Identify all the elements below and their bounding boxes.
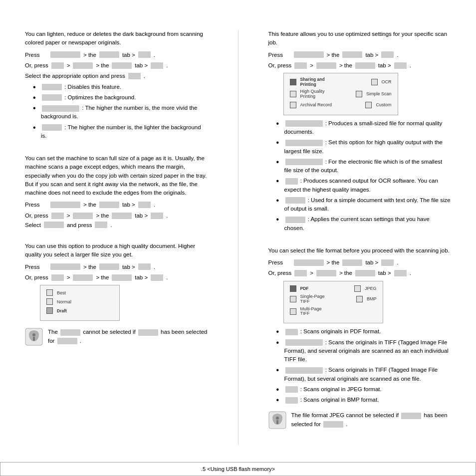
bullet-list-presets: • : Produces a small-sized file for norm… <box>276 119 452 233</box>
checkbox-ocr[interactable] <box>371 79 378 85</box>
bullet-item: • : Scans originals in TIFF (Tagged Imag… <box>276 366 452 383</box>
bullet-item: • : Scans the originals in TIFF (Tagged … <box>276 338 452 364</box>
page: You can lighten, reduce or deletes the d… <box>0 0 476 476</box>
ph <box>285 178 298 185</box>
placeholder-tab <box>99 51 119 58</box>
ph <box>294 51 324 58</box>
checkbox-bmp[interactable] <box>356 296 363 302</box>
left-column: You can lighten, reduce or deletes the d… <box>25 30 216 445</box>
press-line-2: Or, press > > the tab > . <box>25 61 208 70</box>
ph <box>285 367 323 374</box>
checkbox-draft[interactable] <box>46 307 53 314</box>
svg-rect-2 <box>33 337 35 341</box>
ui-row-multipage-tiff: Multi-PageTIFF <box>290 307 377 317</box>
fileformat-note-text: The file format JPEG cannot be selected … <box>291 411 452 429</box>
checkbox-sharing[interactable] <box>290 79 296 85</box>
checkbox-highquality[interactable] <box>290 91 296 97</box>
bullet-item: • : Applies the current scan settings th… <box>276 215 452 233</box>
ph <box>294 62 307 69</box>
bullet-item: • : For the electronic file which is of … <box>276 158 452 175</box>
bullet-item: • : The higher the number is, the lighte… <box>33 123 208 141</box>
press-line-r2: Or, press > > the tab > . <box>268 61 452 70</box>
select-line-2: Select and press . <box>25 222 208 228</box>
ph <box>42 94 62 101</box>
ph <box>285 217 305 223</box>
ph <box>138 329 158 336</box>
ph <box>51 213 64 219</box>
section-fileformat-intro: You can select the file format before yo… <box>268 246 452 255</box>
label-archival: Archival Record <box>300 102 332 108</box>
ph <box>112 274 132 281</box>
ph <box>73 213 93 219</box>
ph <box>50 263 80 270</box>
label-normal: Normal <box>57 299 71 305</box>
bullet-item: • : The higher the number is, the more v… <box>33 104 208 121</box>
dot2: . <box>166 61 168 70</box>
placeholder-menu <box>51 62 64 69</box>
section-presets: This feature allows you to use optimized… <box>268 30 452 233</box>
checkbox-simplescan[interactable] <box>356 91 362 97</box>
note-icon <box>25 328 43 346</box>
checkbox-jpeg[interactable] <box>354 285 361 292</box>
label-draft: Draft <box>57 308 67 313</box>
press-label: Press <box>25 50 47 59</box>
arrow: > <box>67 61 70 70</box>
ph <box>44 222 64 228</box>
press-line-r3: Press > the tab > . <box>268 258 452 267</box>
ph <box>381 259 394 266</box>
ph <box>42 84 62 90</box>
checkbox-archival[interactable] <box>290 102 296 108</box>
ph <box>285 329 298 335</box>
ph <box>294 270 307 276</box>
ui-row-draft: Draft <box>46 307 113 314</box>
svg-rect-5 <box>276 420 278 424</box>
section-presets-intro: This feature allows you to use optimized… <box>268 30 452 47</box>
ph <box>42 124 62 131</box>
placeholder-tab2 <box>112 62 132 69</box>
ph <box>73 274 93 281</box>
bullet-item: • : Disables this feature. <box>33 83 208 91</box>
tab-text2: tab > <box>135 61 148 70</box>
ph <box>151 274 163 281</box>
checkbox-multi-tiff[interactable] <box>290 308 296 315</box>
checkbox-normal[interactable] <box>46 298 53 305</box>
label-single-tiff: Single-PageTIFF <box>300 294 325 304</box>
section-quality-intro: You can use this option to produce a hig… <box>25 242 208 259</box>
checkbox-custom[interactable] <box>365 102 372 108</box>
ph <box>95 222 107 228</box>
checkbox-single-tiff[interactable] <box>290 296 296 302</box>
press-line-6: Or, press > > the tab > . <box>25 273 208 282</box>
note-icon-2 <box>268 411 286 429</box>
ph <box>342 259 362 266</box>
ph <box>285 197 305 204</box>
right-column: This feature allows you to use optimized… <box>261 30 452 445</box>
bullet-item: • : Optimizes the background. <box>33 93 208 102</box>
fileformat-note: The file format JPEG cannot be selected … <box>268 409 452 431</box>
label-highquality: High QualityPrinting <box>300 89 325 99</box>
checkbox-pdf[interactable] <box>290 285 296 292</box>
ph <box>57 338 77 344</box>
section-fileformat: You can select the file format before yo… <box>268 246 452 432</box>
bullet-item: • : Produces a small-sized file for norm… <box>276 119 452 137</box>
select-text: Select the appropriate option and press <box>25 71 125 80</box>
ph <box>394 62 407 69</box>
section-background-intro: You can lighten, reduce or deletes the d… <box>25 30 208 47</box>
ph <box>381 51 394 58</box>
ph <box>99 202 119 208</box>
ph <box>316 270 336 276</box>
footer-bar: .5 <Using USB flash memory> <box>0 462 476 476</box>
section-background: You can lighten, reduce or deletes the d… <box>25 30 208 140</box>
svg-point-4 <box>276 417 279 420</box>
ph <box>316 62 336 69</box>
ph <box>42 105 79 112</box>
label-multi-tiff: Multi-PageTIFF <box>300 307 322 317</box>
label-jpeg: JPEG <box>365 286 377 291</box>
ph <box>285 140 323 146</box>
label-ocr: OCR <box>382 79 392 85</box>
ph <box>342 51 362 58</box>
ui-row-sharing: Sharing andPrinting OCR <box>290 77 392 87</box>
checkbox-best[interactable] <box>46 289 53 296</box>
ph <box>323 421 343 428</box>
ph <box>138 202 151 208</box>
label-bmp: BMP <box>367 296 377 302</box>
